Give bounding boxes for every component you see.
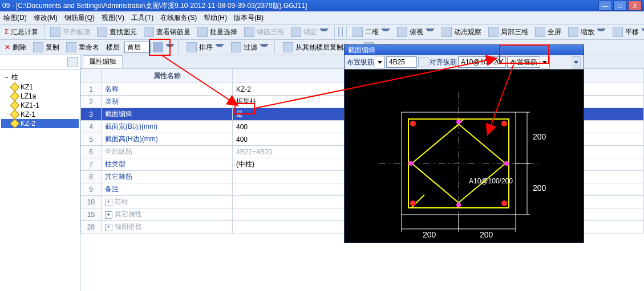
chevron-down-icon [215, 44, 224, 51]
svg-point-8 [501, 121, 507, 126]
chevron-down-icon [641, 28, 644, 36]
gem-icon [10, 83, 20, 92]
overhead-button[interactable]: 俯视 [395, 27, 437, 37]
zoom-button[interactable]: 缩放 [566, 27, 608, 37]
sort-button[interactable]: 排序 [184, 42, 226, 52]
misc2-icon[interactable] [342, 27, 343, 37]
two-d-icon [353, 27, 363, 37]
flat-icon [50, 27, 60, 37]
tree-root[interactable]: −柱 [1, 72, 79, 83]
delete-button[interactable]: ✕删除 [2, 43, 29, 52]
chevron-down-icon [597, 28, 606, 36]
tri-icon [244, 27, 254, 37]
floor-value[interactable]: 首层 [124, 42, 151, 53]
dim-h1: 200 [533, 132, 546, 141]
dim-b1: 200 [423, 230, 436, 239]
gem-icon [10, 92, 20, 101]
menu-tools[interactable]: 工具(T) [128, 13, 157, 23]
filter-icon [231, 42, 241, 52]
gem-icon [10, 101, 20, 110]
zoom-icon [568, 27, 578, 37]
floor-combo[interactable]: 首层 [124, 42, 151, 53]
window-title-bar: 09 - [C:\Documents and Settings\Administ… [0, 0, 644, 11]
batch-icon [197, 27, 208, 37]
part-button[interactable]: 局部三维 [486, 27, 530, 37]
search-icon[interactable] [67, 57, 78, 67]
tree-item[interactable]: KZ1-1 [1, 101, 79, 110]
expand-icon[interactable]: + [105, 211, 112, 219]
check-icon [144, 27, 154, 37]
misc1-icon[interactable] [338, 27, 339, 37]
menu-help[interactable]: 帮助(H) [200, 13, 230, 23]
layout-combo[interactable] [375, 56, 385, 68]
maximize-button[interactable]: □ [613, 1, 627, 11]
expand-icon[interactable]: + [105, 199, 112, 206]
copy-button[interactable]: 复制 [31, 42, 62, 52]
menu-edit[interactable]: 修改(M) [30, 13, 61, 23]
chevron-down-icon [319, 28, 329, 36]
anno-box-1 [149, 39, 171, 56]
svg-point-12 [456, 203, 461, 207]
menu-steel[interactable]: 钢筋量(Q) [61, 13, 98, 23]
tree-item[interactable]: KZ-1 [1, 110, 79, 119]
svg-point-7 [410, 121, 416, 126]
find-button[interactable]: 查找图元 [95, 27, 139, 37]
check-button[interactable]: 查看钢筋量 [141, 27, 193, 37]
gem-icon [10, 110, 20, 120]
tri-button[interactable]: 钢筋三维 [242, 27, 286, 37]
tree-item-selected[interactable]: KZ-2 [1, 119, 79, 128]
batch-button[interactable]: 批量选择 [195, 27, 240, 37]
menu-bar: 绘图(D) 修改(M) 钢筋量(Q) 视图(V) 工具(T) 在线服务(S) 帮… [0, 11, 644, 24]
section-edit-panel[interactable]: 截面编辑 布置纵筋 对齐纵筋 布置箍筋 [344, 44, 584, 243]
svg-point-10 [501, 200, 507, 206]
menu-draw[interactable]: 绘图(D) [0, 13, 30, 23]
rename-icon [66, 42, 76, 52]
chevron-down-icon [426, 28, 435, 36]
section-canvas[interactable]: A10@100/200 200 200 200 200 [345, 69, 584, 243]
toolbar-1: Σ汇总计算 平齐板顶 查找图元 查看钢筋量 批量选择 钢筋三维 锁定 二维 俯视… [0, 24, 644, 40]
pan-icon [613, 27, 623, 37]
menu-view[interactable]: 视图(V) [98, 13, 128, 23]
svg-point-14 [504, 161, 509, 166]
tree-item[interactable]: KZ1 [1, 83, 79, 92]
anno-box-3 [499, 44, 549, 64]
full-icon [535, 27, 545, 37]
from-icon [283, 42, 293, 52]
svg-point-11 [456, 120, 461, 124]
dyn-button[interactable]: 动态观察 [439, 27, 484, 37]
lock-button[interactable]: 锁定 [289, 27, 331, 37]
filter-button[interactable]: 过滤 [229, 42, 271, 52]
menu-ver[interactable]: 版本号(B) [230, 13, 267, 23]
label-align: 对齐纵筋 [430, 58, 457, 67]
expand-icon[interactable]: + [105, 224, 112, 231]
pan-button[interactable]: 平移 [610, 27, 644, 37]
tab-properties[interactable]: 属性编辑 [83, 55, 123, 68]
two-d-button[interactable]: 二维 [350, 27, 392, 37]
minimize-button[interactable]: — [598, 1, 612, 11]
panel-end-combo[interactable] [572, 56, 581, 68]
tree-search [0, 55, 80, 69]
label-layout: 布置纵筋 [347, 58, 374, 67]
col-name: 属性名称 [102, 69, 233, 83]
full-button[interactable]: 全屏 [533, 27, 564, 37]
window-title: 09 - [C:\Documents and Settings\Administ… [2, 1, 307, 11]
flat-button[interactable]: 平齐板顶 [48, 27, 92, 37]
rename-button[interactable]: 重命名 [64, 42, 102, 52]
grid-icon[interactable] [418, 57, 428, 67]
layout-input[interactable] [386, 56, 417, 68]
close-button[interactable]: X [628, 1, 642, 11]
dim-h2: 200 [533, 183, 546, 192]
gem-icon [10, 119, 20, 129]
sum-button[interactable]: Σ汇总计算 [2, 27, 40, 37]
svg-point-13 [408, 161, 413, 166]
search-icon [97, 27, 107, 37]
tree-item[interactable]: LZ1a [1, 92, 79, 101]
svg-text:A10@100/200: A10@100/200 [469, 177, 513, 185]
menu-online[interactable]: 在线服务(S) [157, 13, 200, 23]
chevron-down-icon [381, 28, 390, 36]
sort-icon [187, 42, 197, 52]
side-tree-panel: −柱 KZ1 LZ1a KZ1-1 KZ-1 KZ-2 [0, 55, 80, 291]
dim-b2: 200 [480, 230, 493, 239]
dyn-icon [442, 27, 452, 37]
chevron-down-icon [260, 44, 269, 51]
